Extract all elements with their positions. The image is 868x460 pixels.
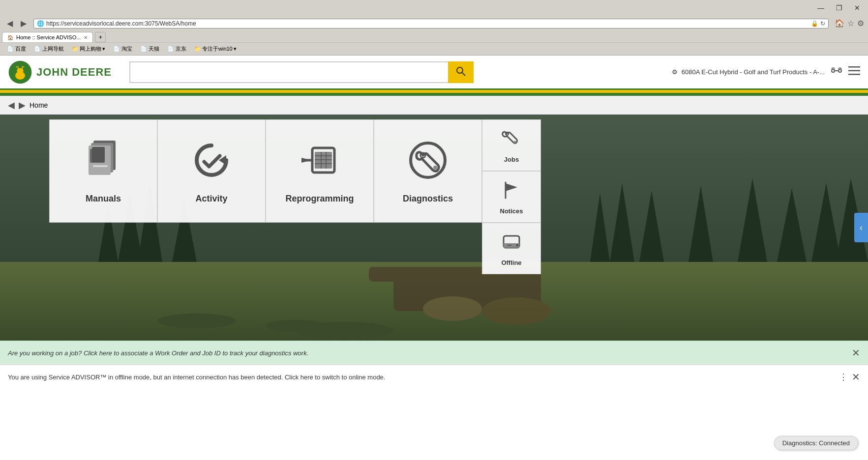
tab-home[interactable]: 🏠 Home :: Service ADVISO... ✕ — [2, 32, 93, 42]
notification-job: Are you working on a job? Click here to … — [0, 341, 868, 365]
bookmark-label: 百度 — [15, 45, 26, 53]
search-button[interactable] — [448, 61, 474, 83]
minimize-button[interactable]: — — [813, 2, 828, 14]
svg-point-63 — [516, 244, 519, 246]
header-right: ⚙ 6080A E-Cut Hybrid - Golf and Turf Pro… — [672, 65, 860, 79]
refresh-icon[interactable]: ↻ — [820, 20, 825, 27]
icon-column-right: Jobs Notices — [482, 119, 541, 274]
svg-rect-8 — [22, 66, 24, 67]
app-header: John Deere ⚙ 6080A E-Cut Hybrid - Golf a… — [0, 56, 868, 90]
side-toggle-button[interactable]: ‹ — [854, 213, 868, 242]
tile-activity-label: Activity — [195, 194, 227, 204]
search-input[interactable] — [129, 61, 448, 83]
logo-area: John Deere — [8, 60, 112, 85]
jobs-icon — [501, 128, 522, 154]
tab-favicon: 🏠 — [7, 35, 13, 40]
tile-manuals-label: Manuals — [86, 194, 121, 204]
bookmark-label: 淘宝 — [121, 45, 132, 53]
bookmark-win10[interactable]: 📁 专注于win10 ▾ — [191, 44, 239, 54]
bookmark-icon: 📁 — [72, 46, 79, 52]
svg-rect-15 — [848, 70, 860, 72]
new-tab-button[interactable]: + — [95, 32, 106, 42]
browser-chrome: — ❐ ✕ ◀ ▶ 🌐 🔒 ↻ 🏠 ☆ ⚙ 🏠 Home :: Service … — [0, 0, 868, 56]
tab-title: Home :: Service ADVISO... — [16, 34, 81, 40]
home-icon[interactable]: 🏠 — [835, 19, 844, 28]
notification-offline: You are using Service ADVISOR™ in offlin… — [0, 365, 868, 389]
job-notification-text[interactable]: Are you working on a job? Click here to … — [8, 349, 848, 357]
svg-point-9 — [457, 67, 463, 73]
address-input[interactable] — [46, 20, 811, 27]
settings-icon[interactable]: ⚙ — [857, 19, 864, 28]
svg-line-10 — [462, 73, 465, 76]
bookmark-jingdong[interactable]: 📄 京东 — [164, 44, 189, 54]
breadcrumb: Home — [30, 101, 48, 109]
address-bar-container: 🌐 🔒 ↻ — [33, 19, 829, 29]
tile-reprogramming[interactable]: Reprogramming — [266, 119, 374, 223]
bookmark-tianmao[interactable]: 📄 天猫 — [137, 44, 162, 54]
svg-rect-16 — [848, 74, 860, 75]
gear-icon: ⚙ — [672, 68, 678, 76]
tile-notices-label: Notices — [500, 207, 523, 215]
svg-rect-42 — [92, 147, 105, 163]
icon-grid: Manuals Activity — [49, 119, 541, 274]
svg-rect-46 — [315, 152, 332, 169]
bookmark-icon: 📄 — [167, 46, 174, 52]
tile-offline-label: Offline — [501, 259, 521, 266]
svg-rect-5 — [18, 67, 19, 71]
svg-rect-14 — [848, 66, 860, 68]
tile-notices[interactable]: Notices — [482, 171, 541, 223]
chevron-down-icon: ▾ — [102, 46, 105, 52]
jd-deer-logo — [8, 60, 32, 85]
tile-diagnostics[interactable]: Diagnostics — [374, 119, 482, 223]
tile-activity[interactable]: Activity — [157, 119, 266, 223]
tab-close-icon[interactable]: ✕ — [84, 35, 88, 40]
menu-button[interactable] — [848, 66, 860, 78]
breadcrumb-forward-button[interactable]: ▶ — [19, 100, 26, 111]
close-button[interactable]: ✕ — [850, 2, 864, 14]
bookmark-taobao[interactable]: 📄 淘宝 — [110, 44, 135, 54]
svg-point-11 — [832, 69, 835, 72]
browser-titlebar: — ❐ ✕ — [0, 0, 868, 16]
brand-name: John Deere — [36, 66, 112, 79]
notification-dots-button[interactable]: ⋮ — [839, 372, 848, 382]
bookmark-label: 专注于win10 — [202, 45, 233, 53]
bookmark-label: 京东 — [176, 45, 186, 53]
offline-notification-close-button[interactable]: ✕ — [852, 371, 860, 383]
svg-point-33 — [423, 296, 482, 321]
tile-offline[interactable]: Offline — [482, 223, 541, 274]
connection-button[interactable] — [831, 65, 842, 79]
restore-button[interactable]: ❐ — [832, 2, 846, 14]
svg-point-56 — [433, 166, 437, 170]
address-bar-actions: 🔒 ↻ — [811, 20, 825, 27]
bookmark-icon: 📁 — [194, 46, 201, 52]
svg-rect-6 — [22, 67, 23, 71]
offline-notification-text[interactable]: You are using Service ADVISOR™ in offlin… — [8, 374, 835, 381]
svg-rect-43 — [93, 165, 108, 167]
bookmark-shopping[interactable]: 📁 网上购物 ▾ — [69, 44, 108, 54]
tile-jobs[interactable]: Jobs — [482, 119, 541, 171]
tile-manuals[interactable]: Manuals — [49, 119, 157, 223]
forward-button[interactable]: ▶ — [18, 18, 30, 29]
svg-point-34 — [482, 297, 551, 325]
back-button[interactable]: ◀ — [4, 18, 16, 29]
bookmark-icon: 📄 — [113, 46, 120, 52]
tile-reprogramming-label: Reprogramming — [285, 194, 354, 204]
svg-point-37 — [295, 322, 393, 340]
notices-icon — [501, 179, 522, 205]
activity-icon — [189, 138, 234, 189]
star-icon[interactable]: ☆ — [847, 19, 854, 28]
color-stripe — [0, 90, 868, 96]
job-notification-close-button[interactable]: ✕ — [852, 347, 860, 359]
chevron-down-icon: ▾ — [234, 46, 237, 52]
hamburger-icon — [848, 66, 860, 75]
breadcrumb-back-button[interactable]: ◀ — [8, 100, 15, 111]
breadcrumb-bar: ◀ ▶ Home — [0, 96, 868, 115]
lock-icon: 🔒 — [811, 20, 818, 27]
svg-point-54 — [411, 143, 445, 177]
bookmark-nav[interactable]: 📄 上网导航 — [31, 44, 67, 54]
offline-icon — [501, 231, 522, 257]
svg-point-35 — [157, 314, 236, 328]
bookmark-baidu[interactable]: 📄 百度 — [4, 44, 29, 54]
bookmark-label: 网上购物 — [80, 45, 101, 53]
vehicle-info: ⚙ 6080A E-Cut Hybrid - Golf and Turf Pro… — [672, 68, 825, 76]
